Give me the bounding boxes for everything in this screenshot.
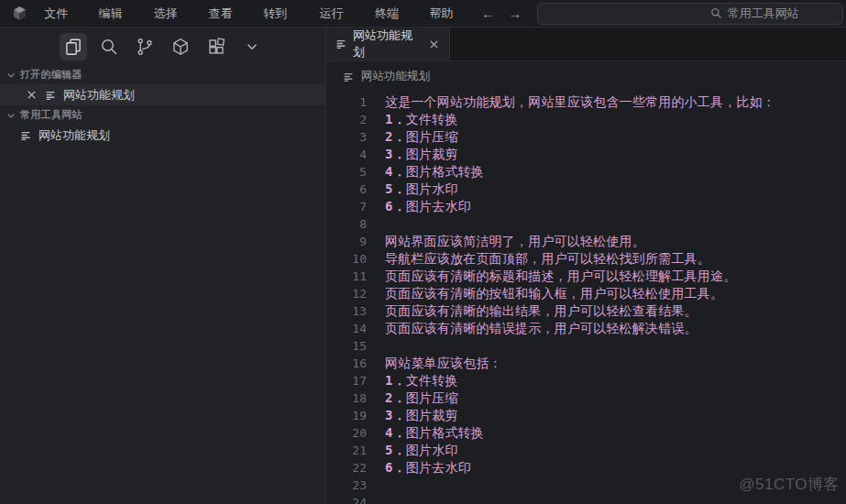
open-editor-filename: 网站功能规划 xyxy=(63,87,135,104)
code-line[interactable]: 13 页面应该有清晰的输出结果，用户可以轻松查看结果。 xyxy=(326,302,846,320)
code-line[interactable]: 16 网站菜单应该包括： xyxy=(326,355,846,372)
line-number: 17 xyxy=(326,372,367,389)
line-text: 3．图片裁剪 xyxy=(385,407,458,424)
line-text: 1．文件转换 xyxy=(385,372,458,389)
code-line[interactable]: 4 3．图片裁剪 xyxy=(326,146,846,163)
line-number: 8 xyxy=(326,215,367,233)
line-number: 4 xyxy=(326,146,367,163)
line-number: 16 xyxy=(326,355,367,372)
line-text: 导航栏应该放在页面顶部，用户可以轻松找到所需工具。 xyxy=(385,250,710,268)
vscode-window: 文件(F) 编辑(E) 选择(S) 查看(V) 转到(G) 运行(R) 终端(T… xyxy=(0,0,846,504)
line-text: 页面应该有清晰的输出结果，用户可以轻松查看结果。 xyxy=(385,302,698,320)
code-area[interactable]: 1 这是一个网站功能规划，网站里应该包含一些常用的小工具，比如： 2 1．文件转… xyxy=(326,92,846,504)
nav-back-icon[interactable]: ← xyxy=(477,4,500,24)
menu-run[interactable]: 运行(R) xyxy=(312,4,368,24)
line-text: 4．图片格式转换 xyxy=(385,424,484,442)
extensions-icon[interactable] xyxy=(203,33,230,60)
line-text: 网站菜单应该包括： xyxy=(385,355,502,372)
titlebar: 文件(F) 编辑(E) 选择(S) 查看(V) 转到(G) 运行(R) 终端(T… xyxy=(0,0,846,27)
line-number: 22 xyxy=(326,459,367,477)
line-number: 5 xyxy=(326,163,367,181)
line-number: 20 xyxy=(326,424,367,442)
code-line[interactable]: 11 页面应该有清晰的标题和描述，用户可以轻松理解工具用途。 xyxy=(326,268,846,285)
code-line[interactable]: 5 4．图片格式转换 xyxy=(326,163,846,181)
line-number: 23 xyxy=(326,477,367,494)
breadcrumb[interactable]: 网站功能规划 xyxy=(326,61,846,92)
chevron-down-icon xyxy=(5,110,16,121)
menu-view[interactable]: 查看(V) xyxy=(200,4,255,24)
file-tree-filename: 网站功能规划 xyxy=(38,127,110,144)
folder-section-label: 常用工具网站 xyxy=(20,108,82,122)
line-text: 3．图片裁剪 xyxy=(385,146,458,163)
activity-bar xyxy=(0,27,325,65)
app-logo-icon xyxy=(11,5,28,23)
line-number: 18 xyxy=(326,389,367,407)
line-text: 页面应该有清晰的按钮和输入框，用户可以轻松使用工具。 xyxy=(385,285,723,302)
menu-selection[interactable]: 选择(S) xyxy=(145,4,200,24)
menu-terminal[interactable]: 终端(T) xyxy=(367,4,421,24)
watermark: @51CTO博客 xyxy=(739,474,840,495)
code-line[interactable]: 20 4．图片格式转换 xyxy=(326,424,846,442)
search-label: 常用工具网站 xyxy=(728,5,799,22)
line-number: 10 xyxy=(326,250,367,268)
file-icon xyxy=(44,89,57,102)
code-line[interactable]: 24 xyxy=(326,494,846,504)
code-line[interactable]: 21 5．图片水印 xyxy=(326,442,846,459)
code-line[interactable]: 14 页面应该有清晰的错误提示，用户可以轻松解决错误。 xyxy=(326,320,846,337)
code-line[interactable]: 10 导航栏应该放在页面顶部，用户可以轻松找到所需工具。 xyxy=(326,250,846,268)
workbench: 打开的编辑器 网站功能规划 常用工具网站 网站功能规划 xyxy=(0,27,846,504)
chevron-down-icon xyxy=(5,70,16,81)
source-control-icon[interactable] xyxy=(131,33,159,60)
menu-edit[interactable]: 编辑(E) xyxy=(91,4,146,24)
tab-active[interactable]: 网站功能规划 xyxy=(326,27,450,60)
line-text: 6．图片去水印 xyxy=(385,459,471,477)
line-number: 21 xyxy=(326,442,367,459)
menu-file[interactable]: 文件(F) xyxy=(36,4,90,24)
more-views-chevron-icon[interactable] xyxy=(238,33,266,60)
sidebar: 打开的编辑器 网站功能规划 常用工具网站 网站功能规划 xyxy=(0,27,326,504)
line-number: 14 xyxy=(326,320,367,337)
tab-label: 网站功能规划 xyxy=(353,27,418,60)
command-center-search[interactable]: 常用工具网站 xyxy=(537,3,843,25)
code-line[interactable]: 1 这是一个网站功能规划，网站里应该包含一些常用的小工具，比如： xyxy=(326,93,846,111)
file-icon xyxy=(342,71,355,83)
code-line[interactable]: 18 2．图片压缩 xyxy=(326,389,846,407)
line-text: 这是一个网站功能规划，网站里应该包含一些常用的小工具，比如： xyxy=(385,93,775,111)
line-text: 5．图片水印 xyxy=(385,442,458,459)
file-icon xyxy=(335,38,347,50)
menu-goto[interactable]: 转到(G) xyxy=(255,4,311,24)
file-tree-item[interactable]: 网站功能规划 xyxy=(0,125,325,146)
line-number: 15 xyxy=(326,337,367,355)
open-editor-item[interactable]: 网站功能规划 xyxy=(0,84,325,105)
code-line[interactable]: 2 1．文件转换 xyxy=(326,111,846,128)
code-line[interactable]: 8 xyxy=(326,215,846,233)
open-editors-label: 打开的编辑器 xyxy=(20,68,82,82)
nav-forward-icon[interactable]: → xyxy=(503,4,526,24)
search-view-icon[interactable] xyxy=(95,33,123,60)
code-line[interactable]: 15 xyxy=(326,337,846,355)
code-line[interactable]: 6 5．图片水印 xyxy=(326,181,846,198)
code-line[interactable]: 9 网站界面应该简洁明了，用户可以轻松使用。 xyxy=(326,233,846,250)
code-line[interactable]: 12 页面应该有清晰的按钮和输入框，用户可以轻松使用工具。 xyxy=(326,285,846,302)
cube-icon[interactable] xyxy=(167,33,194,60)
line-number: 9 xyxy=(326,233,367,250)
folder-section-header[interactable]: 常用工具网站 xyxy=(0,105,325,125)
line-number: 19 xyxy=(326,407,367,424)
explorer-icon[interactable] xyxy=(60,33,87,60)
line-text: 2．图片压缩 xyxy=(385,389,458,407)
code-line[interactable]: 19 3．图片裁剪 xyxy=(326,407,846,424)
search-icon xyxy=(710,7,722,19)
tab-close-icon[interactable] xyxy=(427,37,441,51)
menu-help[interactable]: 帮助(H) xyxy=(421,4,477,24)
line-number: 24 xyxy=(326,494,367,504)
close-icon[interactable] xyxy=(24,88,38,103)
line-text: 网站界面应该简洁明了，用户可以轻松使用。 xyxy=(385,233,645,250)
code-line[interactable]: 7 6．图片去水印 xyxy=(326,198,846,215)
line-text: 2．图片压缩 xyxy=(385,128,458,146)
code-line[interactable]: 17 1．文件转换 xyxy=(326,372,846,389)
line-text: 页面应该有清晰的错误提示，用户可以轻松解决错误。 xyxy=(385,320,698,337)
code-line[interactable]: 3 2．图片压缩 xyxy=(326,128,846,146)
open-editors-header[interactable]: 打开的编辑器 xyxy=(0,65,325,84)
line-number: 3 xyxy=(326,128,367,146)
line-text: 4．图片格式转换 xyxy=(385,163,484,181)
